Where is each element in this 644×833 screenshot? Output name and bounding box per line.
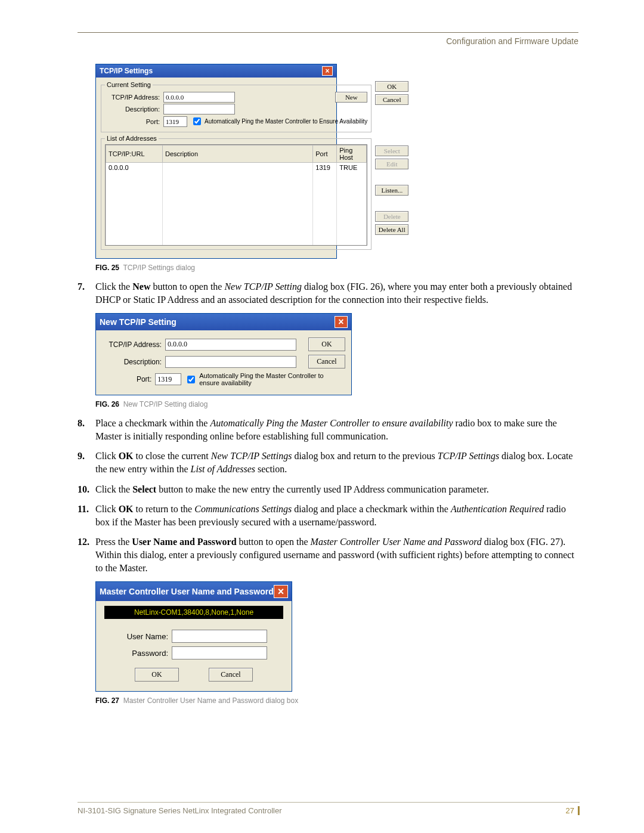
delete-all-button[interactable]: Delete All <box>375 224 408 235</box>
cancel-button[interactable]: Cancel <box>209 668 253 682</box>
step-num: 12. <box>78 535 95 574</box>
address-table-container: TCP/IP:URL Description Port Ping Host 0.… <box>105 144 367 246</box>
cell-ping: TRUE <box>337 163 367 173</box>
address-table[interactable]: TCP/IP:URL Description Port Ping Host 0.… <box>106 145 367 246</box>
ping-checkbox[interactable] <box>187 376 195 383</box>
fig25-caption: FIG. 25 TCP/IP Settings dialog <box>95 264 578 272</box>
listen-button[interactable]: Listen... <box>375 185 408 196</box>
step-num: 11. <box>78 503 95 528</box>
ok-button[interactable]: OK <box>135 668 179 682</box>
fig26-caption: FIG. 26 New TCP/IP Setting dialog <box>95 400 578 408</box>
ping-label: Automatically Ping the Master Controller… <box>199 372 345 386</box>
dialog-title: New TCP/IP Setting <box>100 317 177 327</box>
ping-label: Automatically Ping the Master Controller… <box>205 118 367 125</box>
label-address: TCP/IP Address: <box>102 340 162 349</box>
label-description: Description: <box>102 358 162 366</box>
table-row <box>106 226 367 235</box>
table-row <box>106 244 367 246</box>
cancel-button[interactable]: Cancel <box>308 355 345 368</box>
table-row <box>106 190 367 199</box>
connection-string: NetLinx-COM1,38400,8,None,1,None <box>104 606 283 619</box>
fig27-caption: FIG. 27 Master Controller User Name and … <box>95 696 578 705</box>
address-input[interactable] <box>163 92 235 103</box>
dialog-title: Master Controller User Name and Password <box>100 587 274 596</box>
col-ping[interactable]: Ping Host <box>337 145 367 163</box>
username-input[interactable] <box>172 630 267 643</box>
table-row <box>106 172 367 181</box>
label-port: Port: <box>105 118 160 125</box>
description-input[interactable] <box>163 104 235 114</box>
port-input[interactable] <box>155 373 181 385</box>
label-port: Port: <box>102 375 151 383</box>
ping-checkbox-label[interactable]: Automatically Ping the Master Controller… <box>191 116 367 127</box>
step-10: Click the Select button to make the new … <box>95 483 578 496</box>
edit-button: Edit <box>375 159 408 169</box>
step-num: 10. <box>78 483 95 496</box>
step-num: 8. <box>78 417 95 442</box>
cell-port: 1319 <box>313 163 337 173</box>
close-icon[interactable]: × <box>322 66 333 76</box>
ok-button[interactable]: OK <box>375 81 408 92</box>
step-11: Click OK to return to the Communications… <box>95 503 578 528</box>
ok-button[interactable]: OK <box>308 337 345 351</box>
step-num: 9. <box>78 450 95 475</box>
footer-doc-title: NI-3101-SIG Signature Series NetLinx Int… <box>78 806 282 815</box>
table-row <box>106 217 367 226</box>
close-icon[interactable]: × <box>274 585 288 598</box>
cell-url: 0.0.0.0 <box>106 163 163 173</box>
close-icon[interactable]: × <box>335 316 348 328</box>
label-address: TCP/IP Address: <box>105 94 160 101</box>
ping-checkbox-label[interactable]: Automatically Ping the Master Controller… <box>185 372 345 386</box>
group-label: List of Addresses <box>105 135 159 142</box>
new-tcpip-dialog: New TCP/IP Setting × TCP/IP Address: OK … <box>95 313 352 395</box>
table-row <box>106 208 367 217</box>
dialog-title: TCP/IP Settings <box>100 67 153 75</box>
description-input[interactable] <box>165 356 296 368</box>
col-port[interactable]: Port <box>313 145 337 163</box>
table-row[interactable]: 0.0.0.0 1319 TRUE <box>106 163 367 173</box>
ping-checkbox[interactable] <box>193 117 201 125</box>
table-row <box>106 181 367 190</box>
current-setting-group: Current Setting TCP/IP Address: New Desc… <box>101 81 371 132</box>
step-9: Click OK to close the current New TCP/IP… <box>95 450 578 475</box>
label-password: Password: <box>120 649 168 658</box>
page-number: 27 <box>566 806 580 815</box>
cancel-button[interactable]: Cancel <box>375 94 408 105</box>
step-8: Place a checkmark within the Automatical… <box>95 417 578 442</box>
group-label: Current Setting <box>105 81 153 88</box>
tcpip-settings-dialog: TCP/IP Settings × Current Setting TCP/IP… <box>95 64 337 259</box>
password-input[interactable] <box>172 646 267 659</box>
step-num: 7. <box>78 280 95 306</box>
address-input[interactable] <box>165 339 296 351</box>
port-input[interactable] <box>163 116 187 127</box>
label-username: User Name: <box>120 632 168 641</box>
titlebar: TCP/IP Settings × <box>96 64 336 78</box>
page-header: Configuration and Firmware Update <box>78 36 578 46</box>
table-row <box>106 235 367 244</box>
list-addresses-group: List of Addresses TCP/IP:URL Description… <box>101 135 371 250</box>
delete-button: Delete <box>375 211 408 222</box>
master-controller-auth-dialog: Master Controller User Name and Password… <box>95 581 292 692</box>
col-desc[interactable]: Description <box>163 145 313 163</box>
select-button: Select <box>375 145 408 156</box>
new-button[interactable]: New <box>335 92 367 103</box>
label-description: Description: <box>105 106 160 113</box>
table-row <box>106 199 367 208</box>
titlebar: New TCP/IP Setting × <box>96 314 351 330</box>
col-url[interactable]: TCP/IP:URL <box>106 145 163 163</box>
titlebar: Master Controller User Name and Password… <box>96 582 292 601</box>
cell-desc <box>163 163 313 173</box>
step-7: Click the New button to open the New TCP… <box>95 280 578 306</box>
step-12: Press the User Name and Password button … <box>95 535 578 574</box>
